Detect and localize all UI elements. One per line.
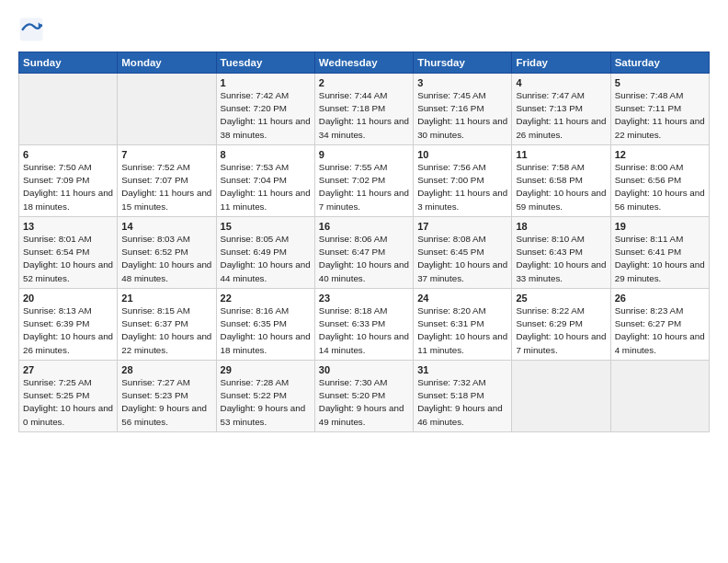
day-number: 3	[417, 77, 507, 88]
sunset-label: Sunset: 7:09 PM	[23, 175, 89, 185]
daylight-label: Daylight: 11 hours and 3 minutes.	[417, 188, 507, 211]
day-number: 7	[121, 149, 211, 160]
sunrise-label: Sunrise: 7:25 AM	[23, 377, 92, 387]
sunset-label: Sunset: 7:07 PM	[121, 175, 188, 185]
daylight-label: Daylight: 11 hours and 11 minutes.	[221, 188, 311, 211]
sunset-label: Sunset: 7:02 PM	[319, 175, 385, 185]
sunset-label: Sunset: 5:20 PM	[319, 390, 385, 400]
sunrise-label: Sunrise: 8:20 AM	[417, 305, 486, 316]
sunrise-label: Sunrise: 8:13 AM	[23, 305, 92, 316]
day-info: Sunrise: 7:28 AMSunset: 5:22 PMDaylight:…	[221, 376, 311, 429]
day-number: 8	[221, 149, 311, 160]
sunrise-label: Sunrise: 8:18 AM	[319, 305, 388, 316]
header-cell-friday: Friday	[512, 52, 610, 74]
day-info: Sunrise: 8:03 AMSunset: 6:52 PMDaylight:…	[121, 233, 211, 285]
day-cell: 3Sunrise: 7:45 AMSunset: 7:16 PMDaylight…	[414, 74, 512, 145]
day-cell: 2Sunrise: 7:44 AMSunset: 7:18 PMDaylight…	[314, 74, 413, 145]
sunset-label: Sunset: 6:29 PM	[516, 318, 582, 328]
day-cell: 24Sunrise: 8:20 AMSunset: 6:31 PMDayligh…	[414, 289, 512, 361]
day-info: Sunrise: 7:45 AMSunset: 7:16 PMDaylight:…	[417, 89, 507, 142]
day-number: 22	[221, 293, 311, 304]
day-number: 16	[319, 221, 409, 232]
daylight-label: Daylight: 10 hours and 26 minutes.	[23, 331, 113, 354]
day-cell	[610, 361, 709, 432]
day-cell: 5Sunrise: 7:48 AMSunset: 7:11 PMDaylight…	[610, 74, 709, 145]
day-number: 14	[121, 221, 211, 232]
sunrise-label: Sunrise: 7:44 AM	[319, 90, 388, 100]
sunrise-label: Sunrise: 8:15 AM	[121, 305, 190, 316]
sunset-label: Sunset: 6:39 PM	[23, 318, 89, 328]
daylight-label: Daylight: 10 hours and 59 minutes.	[516, 188, 606, 211]
page: SundayMondayTuesdayWednesdayThursdayFrid…	[0, 0, 728, 442]
daylight-label: Daylight: 11 hours and 30 minutes.	[417, 116, 507, 139]
week-row-0: 1Sunrise: 7:42 AMSunset: 7:20 PMDaylight…	[19, 74, 710, 145]
sunset-label: Sunset: 6:45 PM	[417, 247, 483, 257]
sunset-label: Sunset: 5:22 PM	[221, 390, 287, 400]
sunset-label: Sunset: 7:18 PM	[319, 103, 385, 113]
day-info: Sunrise: 7:58 AMSunset: 6:58 PMDaylight:…	[516, 161, 606, 213]
sunrise-label: Sunrise: 8:05 AM	[221, 234, 290, 244]
day-cell: 23Sunrise: 8:18 AMSunset: 6:33 PMDayligh…	[314, 289, 413, 361]
day-number: 1	[221, 77, 311, 88]
sunrise-label: Sunrise: 8:22 AM	[516, 305, 585, 316]
daylight-label: Daylight: 9 hours and 56 minutes.	[121, 403, 207, 426]
day-info: Sunrise: 7:52 AMSunset: 7:07 PMDaylight:…	[121, 161, 211, 213]
day-number: 12	[615, 149, 705, 160]
day-info: Sunrise: 8:22 AMSunset: 6:29 PMDaylight:…	[516, 304, 606, 357]
day-info: Sunrise: 8:01 AMSunset: 6:54 PMDaylight:…	[23, 233, 113, 285]
daylight-label: Daylight: 10 hours and 11 minutes.	[417, 331, 507, 354]
day-cell: 6Sunrise: 7:50 AMSunset: 7:09 PMDaylight…	[19, 145, 118, 217]
calendar-header: SundayMondayTuesdayWednesdayThursdayFrid…	[19, 52, 710, 74]
day-info: Sunrise: 8:05 AMSunset: 6:49 PMDaylight:…	[221, 233, 311, 285]
day-cell: 25Sunrise: 8:22 AMSunset: 6:29 PMDayligh…	[512, 289, 610, 361]
sunset-label: Sunset: 7:20 PM	[221, 103, 287, 113]
daylight-label: Daylight: 10 hours and 56 minutes.	[615, 188, 705, 211]
daylight-label: Daylight: 10 hours and 18 minutes.	[221, 331, 311, 354]
sunrise-label: Sunrise: 7:50 AM	[23, 162, 92, 172]
sunrise-label: Sunrise: 8:06 AM	[319, 234, 388, 244]
sunrise-label: Sunrise: 8:08 AM	[417, 234, 486, 244]
daylight-label: Daylight: 11 hours and 7 minutes.	[319, 188, 409, 211]
day-info: Sunrise: 8:15 AMSunset: 6:37 PMDaylight:…	[121, 304, 211, 357]
sunrise-label: Sunrise: 7:55 AM	[319, 162, 388, 172]
day-cell	[118, 74, 216, 145]
sunset-label: Sunset: 7:04 PM	[221, 175, 287, 185]
day-number: 2	[319, 77, 409, 88]
day-info: Sunrise: 7:44 AMSunset: 7:18 PMDaylight:…	[319, 89, 409, 142]
sunset-label: Sunset: 6:31 PM	[417, 318, 483, 328]
daylight-label: Daylight: 11 hours and 22 minutes.	[615, 116, 705, 139]
day-number: 17	[417, 221, 507, 232]
sunset-label: Sunset: 7:11 PM	[615, 103, 681, 113]
day-cell: 18Sunrise: 8:10 AMSunset: 6:43 PMDayligh…	[512, 217, 610, 289]
sunrise-label: Sunrise: 7:48 AM	[615, 90, 684, 100]
week-row-3: 20Sunrise: 8:13 AMSunset: 6:39 PMDayligh…	[19, 289, 710, 361]
day-info: Sunrise: 7:27 AMSunset: 5:23 PMDaylight:…	[121, 376, 211, 429]
day-info: Sunrise: 8:11 AMSunset: 6:41 PMDaylight:…	[615, 233, 705, 285]
day-cell: 1Sunrise: 7:42 AMSunset: 7:20 PMDaylight…	[216, 74, 314, 145]
day-number: 27	[23, 364, 113, 375]
day-number: 26	[615, 293, 705, 304]
day-number: 9	[319, 149, 409, 160]
header-cell-monday: Monday	[118, 52, 216, 74]
day-cell: 7Sunrise: 7:52 AMSunset: 7:07 PMDaylight…	[118, 145, 216, 217]
day-number: 28	[121, 364, 211, 375]
daylight-label: Daylight: 10 hours and 7 minutes.	[516, 331, 606, 354]
day-info: Sunrise: 7:30 AMSunset: 5:20 PMDaylight:…	[319, 376, 409, 429]
sunrise-label: Sunrise: 7:42 AM	[221, 90, 290, 100]
sunrise-label: Sunrise: 7:27 AM	[121, 377, 190, 387]
day-cell: 16Sunrise: 8:06 AMSunset: 6:47 PMDayligh…	[314, 217, 413, 289]
day-cell: 26Sunrise: 8:23 AMSunset: 6:27 PMDayligh…	[610, 289, 709, 361]
day-cell: 12Sunrise: 8:00 AMSunset: 6:56 PMDayligh…	[610, 145, 709, 217]
sunrise-label: Sunrise: 8:01 AM	[23, 234, 92, 244]
calendar-table: SundayMondayTuesdayWednesdayThursdayFrid…	[18, 52, 710, 432]
header	[18, 17, 710, 42]
sunset-label: Sunset: 6:27 PM	[615, 318, 681, 328]
day-info: Sunrise: 7:55 AMSunset: 7:02 PMDaylight:…	[319, 161, 409, 213]
day-cell: 27Sunrise: 7:25 AMSunset: 5:25 PMDayligh…	[19, 361, 118, 432]
day-number: 13	[23, 221, 113, 232]
day-number: 21	[121, 293, 211, 304]
day-info: Sunrise: 7:47 AMSunset: 7:13 PMDaylight:…	[516, 89, 606, 142]
day-cell: 28Sunrise: 7:27 AMSunset: 5:23 PMDayligh…	[118, 361, 216, 432]
logo-icon	[18, 17, 44, 42]
day-number: 23	[319, 293, 409, 304]
